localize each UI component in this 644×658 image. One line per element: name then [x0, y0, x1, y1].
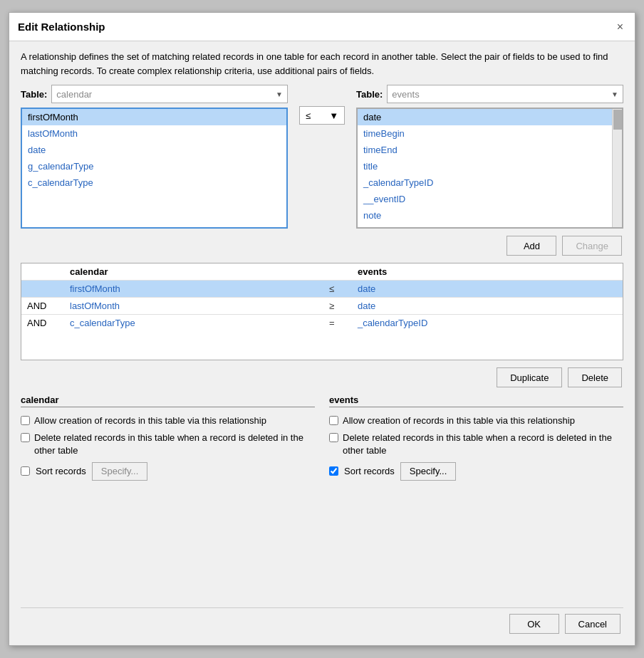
scrollbar-track [612, 109, 622, 227]
row0-right-field: date [358, 283, 617, 294]
right-specify-button[interactable]: Specify... [400, 462, 457, 481]
left-table-section: Table: calendar ▼ firstOfMonth lastOfMon… [21, 85, 288, 229]
left-field-date[interactable]: date [22, 142, 286, 158]
relationship-table: calendar events firstOfMonth ≤ date AND … [21, 263, 623, 360]
right-field-date[interactable]: date [358, 109, 622, 125]
right-delete-related-checkbox[interactable] [329, 433, 338, 442]
title-bar: Edit Relationship × [9, 13, 635, 41]
right-field-title[interactable]: title [358, 158, 622, 174]
right-allow-creation-option: Allow creation of records in this table … [329, 414, 623, 427]
duplicate-button[interactable]: Duplicate [497, 367, 562, 387]
relationship-row-2[interactable]: AND c_calendarType = _calendarTypeID [21, 314, 623, 331]
row1-operator: ≥ [329, 301, 358, 311]
operator-dropdown[interactable]: ≤ ▼ [299, 106, 345, 125]
row0-conjunction [27, 283, 70, 294]
row2-conjunction: AND [27, 318, 70, 328]
header-right: events [358, 266, 617, 277]
scrollbar-thumb [613, 110, 622, 130]
right-table-arrow-icon: ▼ [611, 90, 618, 98]
right-field-list: date timeBegin timeEnd title _calendarTy… [356, 108, 623, 229]
relationship-row-1[interactable]: AND lastOfMonth ≥ date [21, 297, 623, 314]
left-delete-related-label: Delete related records in this table whe… [34, 432, 315, 457]
left-allow-creation-label: Allow creation of records in this table … [34, 414, 266, 427]
right-field-note[interactable]: note [358, 207, 622, 224]
left-field-firstOfMonth[interactable]: firstOfMonth [22, 109, 286, 125]
change-button[interactable]: Change [562, 236, 622, 256]
left-sort-label: Sort records [36, 466, 86, 476]
left-table-arrow-icon: ▼ [276, 90, 283, 98]
row1-left-field: lastOfMonth [70, 301, 329, 311]
right-options-title: events [329, 395, 623, 407]
row2-operator: = [329, 318, 358, 328]
left-table-value: calendar [56, 89, 92, 100]
delete-button[interactable]: Delete [568, 367, 622, 387]
left-field-g_calendarType[interactable]: g_calendarType [22, 158, 286, 174]
relationship-table-empty-space [21, 331, 623, 360]
operator-value: ≤ [306, 110, 311, 121]
relationship-header: calendar events [21, 263, 623, 280]
row0-left-field: firstOfMonth [70, 283, 329, 294]
right-delete-related-option: Delete related records in this table whe… [329, 432, 623, 457]
left-sort-row: Sort records Specify... [21, 462, 315, 481]
operator-arrow-icon: ▼ [329, 110, 338, 121]
left-table-dropdown[interactable]: calendar ▼ [51, 85, 288, 103]
add-button[interactable]: Add [507, 236, 556, 256]
left-specify-button: Specify... [92, 462, 148, 481]
tables-row: Table: calendar ▼ firstOfMonth lastOfMon… [21, 85, 623, 229]
dialog-title: Edit Relationship [18, 21, 105, 33]
right-field-eventID[interactable]: __eventID [358, 191, 622, 207]
left-allow-creation-option: Allow creation of records in this table … [21, 414, 315, 427]
right-table-value: events [392, 89, 419, 100]
left-allow-creation-checkbox[interactable] [21, 416, 30, 425]
right-delete-related-label: Delete related records in this table whe… [343, 432, 623, 457]
dialog-body: A relationship defines the set of matchi… [9, 41, 635, 645]
right-sort-checkbox[interactable] [329, 466, 338, 476]
right-table-label-row: Table: events ▼ [356, 85, 623, 103]
row2-right-field: _calendarTypeID [358, 318, 617, 328]
row1-right-field: date [358, 301, 617, 311]
row0-operator: ≤ [329, 283, 358, 294]
left-delete-related-option: Delete related records in this table whe… [21, 432, 315, 457]
dup-del-row: Duplicate Delete [21, 367, 623, 387]
right-allow-creation-checkbox[interactable] [329, 416, 338, 425]
options-row: calendar Allow creation of records in th… [21, 395, 623, 481]
bottom-buttons-row: OK Cancel [21, 607, 623, 637]
left-table-label-row: Table: calendar ▼ [21, 85, 288, 103]
left-sort-checkbox[interactable] [21, 466, 30, 476]
left-field-lastOfMonth[interactable]: lastOfMonth [22, 125, 286, 142]
right-field-timeBegin[interactable]: timeBegin [358, 125, 622, 142]
header-operator [329, 266, 358, 277]
operator-section: ≤ ▼ [299, 85, 345, 125]
right-sort-row: Sort records Specify... [329, 462, 623, 481]
edit-relationship-dialog: Edit Relationship × A relationship defin… [9, 12, 635, 646]
relationship-row-0[interactable]: firstOfMonth ≤ date [21, 280, 623, 297]
row1-conjunction: AND [27, 301, 70, 311]
left-delete-related-checkbox[interactable] [21, 433, 30, 442]
right-table-label: Table: [356, 89, 383, 100]
add-change-row: Add Change [21, 236, 623, 256]
left-field-c_calendarType[interactable]: c_calendarType [22, 174, 286, 191]
right-field-calendarTypeID[interactable]: _calendarTypeID [358, 174, 622, 191]
close-button[interactable]: × [614, 20, 626, 34]
left-table-label: Table: [21, 89, 47, 100]
left-field-list: firstOfMonth lastOfMonth date g_calendar… [21, 108, 288, 229]
right-field-timeEnd[interactable]: timeEnd [358, 142, 622, 158]
ok-button[interactable]: OK [509, 614, 559, 634]
cancel-button[interactable]: Cancel [565, 614, 620, 634]
right-table-section: Table: events ▼ date timeBegin timeEnd t… [356, 85, 623, 229]
right-sort-label: Sort records [344, 466, 395, 476]
right-table-dropdown[interactable]: events ▼ [387, 85, 623, 103]
header-conjunction [27, 266, 70, 277]
right-allow-creation-label: Allow creation of records in this table … [343, 414, 575, 427]
description-text: A relationship defines the set of matchi… [21, 50, 623, 78]
row2-left-field: c_calendarType [70, 318, 329, 328]
left-options-title: calendar [21, 395, 315, 407]
right-options-section: events Allow creation of records in this… [329, 395, 623, 481]
left-options-section: calendar Allow creation of records in th… [21, 395, 315, 481]
header-left: calendar [70, 266, 329, 277]
